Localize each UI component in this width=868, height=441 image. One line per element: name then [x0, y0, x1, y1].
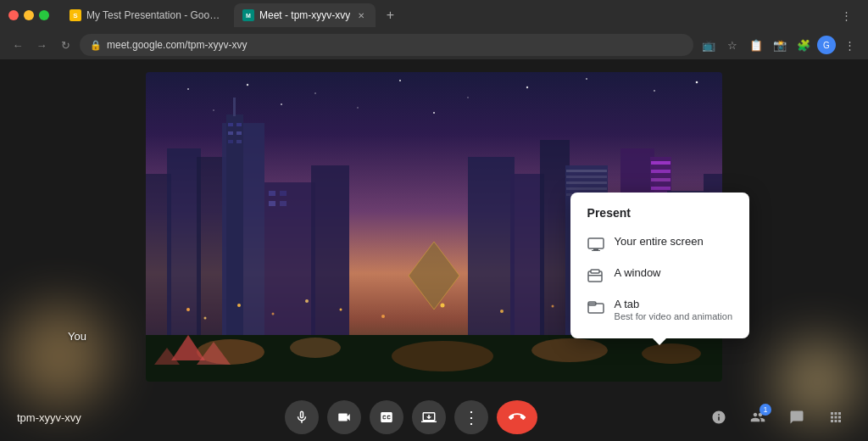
- slides-favicon: S: [70, 9, 81, 21]
- svg-point-57: [642, 343, 701, 364]
- svg-rect-74: [588, 238, 604, 248]
- present-popup: Present Your entire screen: [570, 193, 749, 338]
- svg-point-0: [187, 88, 189, 90]
- svg-point-5: [526, 86, 528, 87]
- present-option-window-text: A window: [615, 266, 661, 279]
- svg-rect-33: [468, 157, 515, 360]
- svg-marker-32: [409, 242, 459, 310]
- minimize-button[interactable]: [24, 10, 34, 20]
- extensions-icon[interactable]: 🧩: [793, 35, 814, 55]
- svg-rect-79: [591, 270, 599, 273]
- profile-avatar[interactable]: G: [817, 36, 836, 54]
- bookmark-icon[interactable]: ☆: [722, 35, 743, 55]
- more-options-button[interactable]: ⋮: [454, 400, 488, 434]
- svg-point-13: [433, 111, 435, 113]
- present-option-tab[interactable]: A tab Best for video and animation: [570, 291, 749, 328]
- svg-rect-37: [566, 170, 607, 172]
- lock-icon: 🔒: [90, 40, 102, 51]
- maximize-button[interactable]: [39, 10, 49, 20]
- svg-point-65: [441, 303, 445, 307]
- svg-point-4: [467, 97, 469, 98]
- toolbar-icons: 📺 ☆ 📋 📸 🧩 G ⋮: [698, 35, 860, 55]
- video-area: You Present Your entire screen: [0, 59, 868, 394]
- svg-point-60: [237, 304, 241, 307]
- add-tab-button[interactable]: +: [379, 4, 401, 26]
- present-option-entire-screen[interactable]: Your entire screen: [570, 228, 749, 260]
- end-call-button[interactable]: [497, 400, 537, 434]
- more-menu-icon[interactable]: ⋮: [839, 35, 860, 55]
- svg-point-3: [399, 80, 401, 81]
- svg-point-59: [204, 316, 207, 319]
- people-badge: 1: [760, 404, 771, 416]
- chat-button[interactable]: [782, 402, 812, 433]
- url-text: meet.google.com/tpm-xyyv-xvy: [107, 39, 247, 51]
- present-option-window[interactable]: A window: [570, 260, 749, 291]
- svg-rect-44: [651, 161, 670, 165]
- svg-rect-18: [226, 114, 243, 360]
- refresh-button[interactable]: ↻: [56, 36, 75, 54]
- address-bar: ← → ↻ 🔒 meet.google.com/tpm-xyyv-xvy 📺 ☆…: [0, 31, 868, 59]
- meet-tab-close[interactable]: ✕: [355, 9, 367, 21]
- forward-button[interactable]: →: [32, 36, 51, 54]
- browser-chrome: S My Test Presentation - Googl... M Meet…: [0, 0, 868, 59]
- svg-point-63: [340, 308, 342, 310]
- notes-icon[interactable]: 📋: [746, 35, 766, 55]
- svg-rect-47: [651, 187, 670, 190]
- svg-rect-15: [167, 148, 201, 343]
- tab-sublabel: Best for video and animation: [615, 311, 732, 321]
- svg-rect-34: [510, 174, 544, 360]
- svg-rect-25: [236, 140, 242, 143]
- captions-button[interactable]: [370, 400, 403, 434]
- controls-right: 1: [704, 402, 851, 433]
- svg-point-54: [290, 338, 341, 358]
- svg-rect-28: [269, 191, 275, 196]
- svg-rect-76: [592, 250, 600, 251]
- present-menu-title: Present: [570, 203, 749, 228]
- svg-point-12: [357, 107, 359, 109]
- meet-tab[interactable]: M Meet - tpm-xyyv-xvy ✕: [234, 3, 376, 27]
- mic-button[interactable]: [285, 400, 319, 434]
- svg-rect-26: [264, 182, 315, 360]
- svg-point-2: [314, 92, 316, 94]
- svg-rect-38: [566, 176, 607, 178]
- present-option-tab-text: A tab Best for video and animation: [615, 298, 732, 321]
- meet-tab-label: Meet - tpm-xyyv-xvy: [259, 9, 350, 21]
- tab-label: A tab: [615, 298, 732, 310]
- controls-center: ⋮: [285, 400, 537, 434]
- window-icon: [587, 267, 604, 284]
- svg-rect-35: [540, 140, 570, 369]
- svg-rect-39: [566, 181, 607, 184]
- svg-point-8: [696, 81, 698, 83]
- info-button[interactable]: [704, 402, 734, 433]
- camera-button[interactable]: [327, 400, 361, 434]
- svg-rect-23: [236, 131, 242, 135]
- svg-point-67: [552, 304, 554, 307]
- svg-rect-19: [233, 98, 236, 116]
- slides-tab-label: My Test Presentation - Googl...: [86, 9, 222, 21]
- people-button[interactable]: 1: [743, 402, 773, 433]
- svg-point-55: [392, 341, 493, 371]
- url-bar[interactable]: 🔒 meet.google.com/tpm-xyyv-xvy: [80, 34, 693, 56]
- svg-point-7: [654, 90, 655, 92]
- svg-rect-21: [236, 123, 242, 126]
- tab-bar: S My Test Presentation - Googl... M Meet…: [0, 0, 868, 31]
- window-label: A window: [615, 266, 661, 279]
- svg-rect-31: [280, 201, 287, 206]
- present-button[interactable]: [412, 400, 446, 434]
- meet-container: You Present Your entire screen: [0, 59, 868, 441]
- participant-label: You: [68, 330, 86, 343]
- activities-button[interactable]: [821, 402, 851, 433]
- screenshot-icon[interactable]: 📸: [770, 35, 790, 55]
- svg-point-58: [186, 308, 190, 311]
- svg-rect-78: [588, 275, 602, 276]
- svg-point-66: [500, 310, 504, 313]
- svg-rect-20: [228, 123, 233, 126]
- close-button[interactable]: [8, 10, 19, 20]
- svg-rect-45: [651, 170, 670, 173]
- slides-tab[interactable]: S My Test Presentation - Googl...: [61, 3, 231, 27]
- svg-point-56: [531, 338, 608, 362]
- chrome-menu-icon[interactable]: ⋮: [836, 5, 856, 25]
- entire-screen-icon: [587, 236, 604, 253]
- cast-icon[interactable]: 📺: [698, 35, 719, 55]
- back-button[interactable]: ←: [8, 36, 27, 54]
